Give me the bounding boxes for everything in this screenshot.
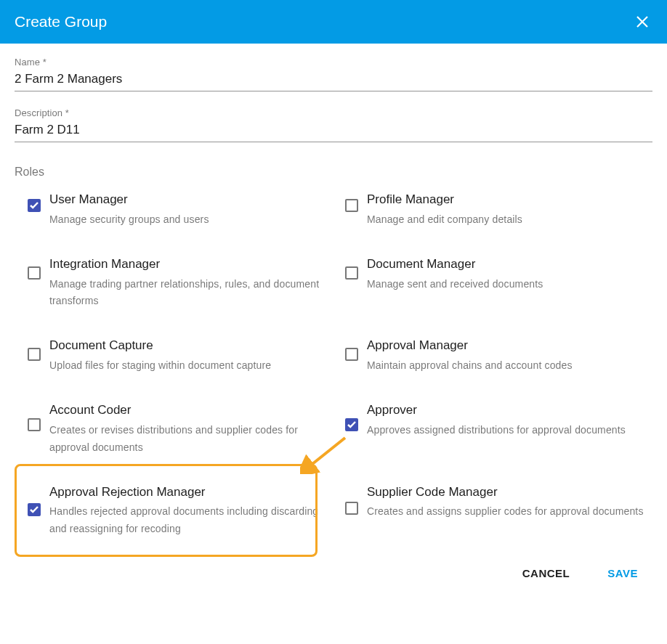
role-description: Creates and assigns supplier codes for a…	[367, 503, 650, 521]
check-icon	[30, 506, 39, 513]
role-text: Document CaptureUpload files for staging…	[49, 338, 332, 375]
role-checkbox[interactable]	[345, 199, 358, 212]
close-icon	[635, 15, 650, 29]
name-input-wrap	[15, 70, 652, 91]
name-label: Name *	[15, 57, 652, 68]
description-label: Description *	[15, 107, 652, 118]
role-text: ApproverApproves assigned distributions …	[367, 402, 650, 439]
check-icon	[347, 421, 356, 428]
role-checkbox[interactable]	[345, 266, 358, 280]
role-title: Approver	[367, 402, 650, 419]
dialog-body: Name * Description * Roles User ManagerM…	[0, 44, 667, 545]
role-title: Approval Rejection Manager	[49, 484, 332, 501]
role-checkbox[interactable]	[28, 199, 41, 212]
role-description: Handles rejected approval documents incl…	[49, 503, 332, 538]
roles-grid: User ManagerManage security groups and u…	[15, 192, 652, 538]
role-checkbox[interactable]	[28, 266, 41, 280]
role-text: Approval Rejection ManagerHandles reject…	[49, 484, 332, 539]
role-item: Approval Rejection ManagerHandles reject…	[28, 484, 332, 539]
role-description: Manage security groups and users	[49, 211, 332, 229]
check-icon	[30, 202, 39, 209]
dialog-title: Create Group	[15, 13, 107, 30]
role-checkbox[interactable]	[28, 418, 41, 431]
role-text: Approval ManagerMaintain approval chains…	[367, 338, 650, 375]
role-text: Supplier Code ManagerCreates and assigns…	[367, 484, 650, 521]
role-description: Manage trading partner relationships, ru…	[49, 276, 332, 311]
role-item: Profile ManagerManage and edit company d…	[345, 192, 650, 229]
role-title: Profile Manager	[367, 192, 650, 208]
description-field: Description *	[15, 107, 652, 142]
name-input[interactable]	[15, 70, 652, 88]
description-input[interactable]	[15, 121, 652, 139]
role-item: User ManagerManage security groups and u…	[28, 192, 332, 229]
role-item: Document ManagerManage sent and received…	[345, 256, 650, 311]
role-title: Account Coder	[49, 402, 332, 419]
role-title: Approval Manager	[367, 338, 650, 354]
role-checkbox[interactable]	[345, 418, 358, 431]
role-title: Document Capture	[49, 338, 332, 354]
role-item: Approval ManagerMaintain approval chains…	[345, 338, 650, 375]
role-description: Creates or revises distributions and sup…	[49, 422, 332, 457]
role-title: Document Manager	[367, 256, 650, 273]
description-input-wrap	[15, 121, 652, 142]
role-item: Document CaptureUpload files for staging…	[28, 338, 332, 375]
save-button[interactable]: SAVE	[605, 563, 641, 584]
role-description: Manage and edit company details	[367, 211, 650, 229]
role-checkbox[interactable]	[28, 348, 41, 361]
role-text: Profile ManagerManage and edit company d…	[367, 192, 650, 229]
role-text: User ManagerManage security groups and u…	[49, 192, 332, 229]
role-text: Account CoderCreates or revises distribu…	[49, 402, 332, 457]
role-description: Upload files for staging within document…	[49, 357, 332, 375]
role-checkbox[interactable]	[345, 502, 358, 515]
dialog-footer: CANCEL SAVE	[0, 545, 667, 592]
role-item: ApproverApproves assigned distributions …	[345, 402, 650, 457]
role-item: Integration ManagerManage trading partne…	[28, 256, 332, 311]
role-item: Account CoderCreates or revises distribu…	[28, 402, 332, 457]
role-checkbox[interactable]	[345, 348, 358, 361]
roles-section-label: Roles	[15, 166, 652, 179]
role-item: Supplier Code ManagerCreates and assigns…	[345, 484, 650, 539]
role-text: Integration ManagerManage trading partne…	[49, 256, 332, 311]
role-description: Manage sent and received documents	[367, 276, 650, 293]
role-text: Document ManagerManage sent and received…	[367, 256, 650, 293]
role-title: Supplier Code Manager	[367, 484, 650, 501]
role-title: Integration Manager	[49, 256, 332, 273]
role-description: Maintain approval chains and account cod…	[367, 357, 650, 375]
role-checkbox[interactable]	[28, 503, 41, 516]
cancel-button[interactable]: CANCEL	[520, 563, 573, 584]
close-button[interactable]	[632, 12, 652, 32]
dialog-header: Create Group	[0, 0, 667, 44]
name-field: Name *	[15, 57, 652, 91]
role-title: User Manager	[49, 192, 332, 208]
role-description: Approves assigned distributions for appr…	[367, 422, 650, 439]
